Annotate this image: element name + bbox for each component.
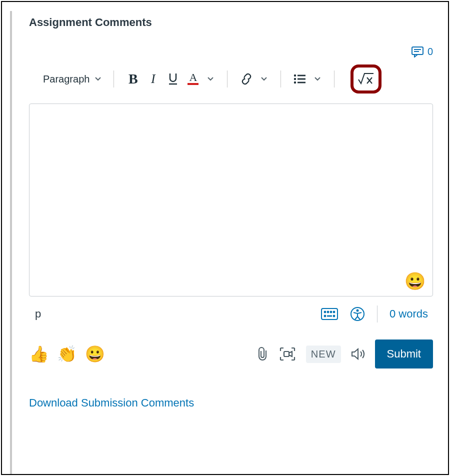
text-color-button[interactable]: A (183, 69, 203, 89)
comment-icon (412, 46, 424, 58)
reaction-thumbs-up[interactable]: 👍 (29, 344, 49, 364)
comment-count-value: 0 (428, 46, 433, 58)
status-separator (377, 306, 378, 322)
svg-point-12 (328, 312, 329, 313)
list-button[interactable] (290, 69, 310, 89)
link-button[interactable] (236, 69, 256, 89)
svg-point-17 (334, 316, 335, 317)
svg-point-13 (330, 312, 332, 313)
svg-rect-20 (284, 352, 289, 356)
comment-text-editor[interactable]: 😀 (29, 104, 433, 296)
link-icon (240, 72, 253, 86)
left-scroll-indicator (10, 11, 12, 474)
math-equation-button[interactable] (358, 70, 374, 88)
svg-point-15 (324, 316, 326, 317)
word-count[interactable]: 0 words (390, 308, 428, 320)
section-heading: Assignment Comments (29, 16, 433, 29)
toolbar-separator (114, 70, 114, 88)
reaction-clap[interactable]: 👏 (57, 344, 77, 364)
reaction-grin[interactable]: 😀 (85, 344, 105, 364)
underline-icon (168, 72, 178, 86)
element-path[interactable]: p (32, 308, 41, 320)
svg-rect-0 (412, 47, 423, 54)
math-equation-button-highlight (350, 64, 382, 94)
editor-status-bar: p 0 words (29, 296, 433, 322)
svg-point-4 (294, 74, 296, 76)
emoji-picker-button[interactable]: 😀 (404, 271, 426, 291)
toolbar-separator (280, 70, 281, 88)
toolbar-separator (227, 70, 228, 88)
comment-count[interactable]: 0 (29, 46, 433, 58)
svg-rect-10 (322, 308, 338, 320)
keyboard-shortcuts-button[interactable] (321, 308, 338, 320)
new-badge: NEW (306, 346, 341, 363)
chevron-down-icon (94, 76, 102, 82)
svg-rect-7 (298, 78, 306, 80)
block-format-select[interactable]: Paragraph (40, 74, 104, 85)
bold-button[interactable]: B (123, 69, 143, 89)
chevron-down-icon (207, 76, 214, 82)
svg-point-8 (294, 82, 296, 84)
attach-file-button[interactable] (257, 346, 269, 362)
bullet-list-icon (294, 74, 306, 84)
submit-button[interactable]: Submit (375, 340, 433, 368)
editor-toolbar: Paragraph B I A (29, 58, 433, 100)
accessibility-checker-button[interactable] (350, 306, 365, 322)
italic-button[interactable]: I (143, 69, 163, 89)
reaction-suggestions: 👍 👏 😀 (29, 344, 105, 364)
svg-point-19 (356, 310, 358, 312)
media-recorder-button[interactable] (279, 346, 296, 362)
download-comments-link[interactable]: Download Submission Comments (29, 396, 433, 410)
toolbar-separator (334, 70, 334, 88)
chevron-down-icon (314, 76, 321, 82)
svg-rect-16 (327, 316, 332, 317)
text-style-more-button[interactable] (203, 69, 218, 89)
svg-point-11 (324, 312, 326, 313)
block-format-label: Paragraph (43, 74, 90, 85)
chevron-down-icon (260, 76, 268, 82)
svg-rect-9 (298, 82, 306, 84)
underline-button[interactable] (163, 69, 183, 89)
list-more-button[interactable] (310, 69, 325, 89)
audio-feedback-button[interactable] (351, 348, 365, 360)
sqrt-x-icon (358, 72, 374, 86)
svg-point-14 (334, 312, 335, 313)
link-more-button[interactable] (256, 69, 272, 89)
svg-rect-5 (298, 75, 306, 76)
svg-point-6 (294, 78, 296, 80)
